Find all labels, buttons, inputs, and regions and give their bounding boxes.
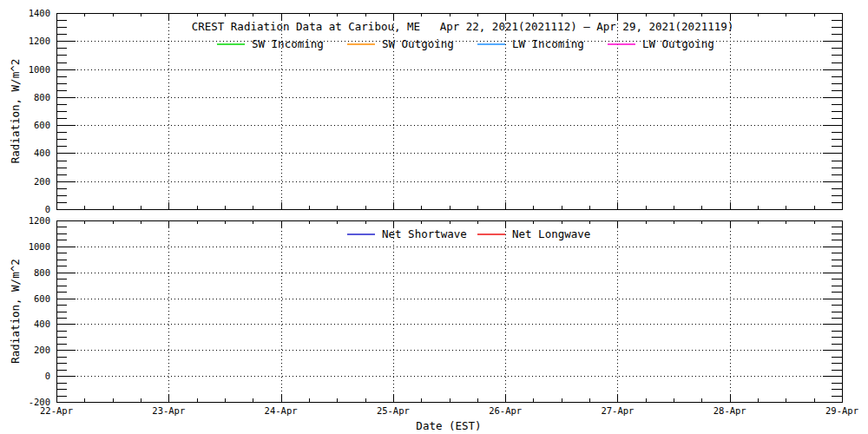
y-axis-label: Radiation, W/m^2 [9,259,22,363]
legend-label: Net Longwave [512,227,590,240]
y-tick-label: 1200 [29,215,50,226]
y-tick-label: 0 [45,204,50,214]
x-tick-label: 27-Apr [601,405,634,416]
plot-frame [57,221,843,403]
legend-label: LW Outgoing [642,37,714,50]
x-tick-label: 22-Apr [40,405,73,416]
x-axis-label: Date (EST) [416,419,481,432]
chart-title: CREST Radiation Data at Caribou, ME Apr … [192,20,734,33]
y-tick-label: 200 [34,345,50,355]
radiation-plot-page: 0200400600800100012001400Radiation, W/m^… [0,0,868,434]
x-tick-label: 26-Apr [489,405,522,416]
radiation-chart: 0200400600800100012001400Radiation, W/m^… [0,0,868,434]
y-axis-label: Radiation, W/m^2 [9,59,22,163]
panel-radiation-components: 0200400600800100012001400Radiation, W/m^… [9,8,843,214]
y-tick-label: 0 [45,371,50,381]
y-tick-label: 400 [34,319,50,329]
y-tick-label: 800 [34,92,50,102]
y-tick-label: 600 [34,120,50,130]
x-tick-label: 23-Apr [152,405,185,416]
y-tick-label: 200 [34,176,50,187]
y-tick-label: 600 [34,293,50,304]
panel-net-radiation: -20002004006008001000120022-Apr23-Apr24-… [9,215,858,432]
legend-label: SW Outgoing [382,37,454,50]
y-tick-label: 1400 [29,8,50,18]
y-tick-label: 400 [34,148,50,158]
y-tick-label: 1200 [29,36,50,46]
y-tick-label: 800 [34,267,50,278]
y-tick-label: 1000 [29,64,50,75]
x-tick-label: 24-Apr [265,405,298,416]
legend-label: SW Incoming [252,37,324,50]
y-tick-label: 1000 [29,241,50,252]
x-tick-label: 28-Apr [713,405,746,416]
x-tick-label: 29-Apr [825,405,858,416]
legend-label: Net Shortwave [382,227,467,240]
x-tick-label: 25-Apr [377,405,410,416]
legend-label: LW Incoming [512,37,584,50]
